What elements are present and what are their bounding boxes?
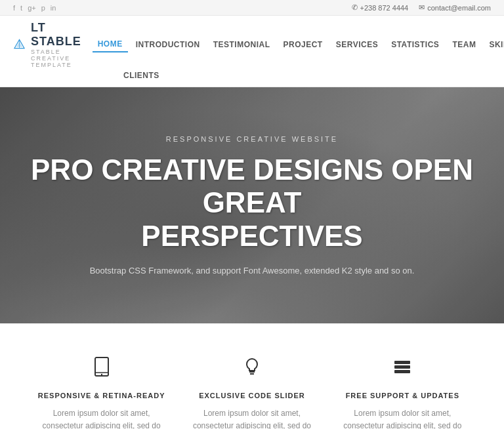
top-bar: f t g+ p in ✆ +238 872 4444 ✉ contact@em…: [0, 0, 504, 16]
header: LT STABLE STABLE CREATIVE TEMPLATE HOME …: [0, 16, 504, 87]
logo-text: LT STABLE STABLE CREATIVE TEMPLATE: [31, 21, 93, 68]
header-main: LT STABLE STABLE CREATIVE TEMPLATE HOME …: [13, 21, 491, 68]
bulb-icon: [242, 356, 262, 382]
email-address: ✉ contact@email.com: [419, 3, 491, 12]
svg-rect-8: [394, 361, 410, 364]
svg-rect-9: [394, 365, 410, 369]
nav-services[interactable]: SERVICES: [331, 37, 383, 52]
svg-rect-3: [95, 358, 108, 376]
svg-point-5: [100, 374, 102, 375]
feature-responsive: RESPONSIVE & RETINA-READY Lorem ipsum do…: [36, 356, 167, 429]
social-google-icon[interactable]: g+: [28, 4, 36, 12]
nav-testimonial[interactable]: TESTIMONIAL: [208, 37, 276, 52]
logo-name: LT STABLE: [31, 21, 93, 49]
tablet-icon: [91, 356, 112, 382]
hero-content: RESPONSIVE CREATIVE WEBSITE PRO CREATIVE…: [5, 135, 499, 276]
nav-skill[interactable]: SKILL: [484, 37, 504, 52]
social-linkedin-icon[interactable]: in: [51, 4, 56, 12]
logo-tagline: STABLE CREATIVE TEMPLATE: [31, 49, 93, 68]
feature-support-text: Lorem ipsum dolor sit amet, consectetur …: [337, 407, 468, 429]
feature-responsive-title: RESPONSIVE & RETINA-READY: [38, 392, 165, 399]
logo-icon: [13, 33, 26, 56]
nav-project[interactable]: PROJECT: [278, 37, 328, 52]
feature-code-slider-text: Lorem ipsum dolor sit amet, consectetur …: [186, 407, 318, 429]
feature-responsive-text: Lorem ipsum dolor sit amet, consectetur …: [36, 407, 167, 429]
svg-rect-10: [394, 370, 410, 373]
nav-statistics[interactable]: STATISTICS: [386, 37, 444, 52]
contact-info: ✆ +238 872 4444 ✉ contact@email.com: [352, 3, 491, 12]
nav-team[interactable]: TEAM: [447, 37, 481, 52]
email-icon: ✉: [419, 3, 425, 12]
features-section: RESPONSIVE & RETINA-READY Lorem ipsum do…: [0, 323, 504, 429]
hero-title: PRO CREATIVE DESIGNS OPENGREATPERSPECTIV…: [31, 153, 473, 253]
nav-introduction[interactable]: INTRODUCTION: [131, 37, 205, 52]
nav-clients[interactable]: CLIENTS: [118, 70, 165, 81]
secondary-nav: CLIENTS: [13, 68, 491, 81]
list-icon: [392, 356, 413, 382]
hero-subtitle: RESPONSIVE CREATIVE WEBSITE: [31, 135, 473, 143]
phone-icon: ✆: [352, 3, 358, 12]
social-pinterest-icon[interactable]: p: [41, 4, 45, 12]
social-links: f t g+ p in: [13, 4, 56, 12]
feature-support: FREE SUPPORT & UPDATES Lorem ipsum dolor…: [337, 356, 468, 429]
phone-number: ✆ +238 872 4444: [352, 3, 409, 12]
social-facebook-icon[interactable]: f: [13, 4, 15, 12]
logo[interactable]: LT STABLE STABLE CREATIVE TEMPLATE: [13, 21, 93, 68]
nav-home[interactable]: HOME: [93, 37, 128, 52]
hero-section: RESPONSIVE CREATIVE WEBSITE PRO CREATIVE…: [0, 87, 504, 323]
social-twitter-icon[interactable]: t: [20, 4, 22, 12]
feature-code-slider-title: EXCLUSIVE CODE SLIDER: [199, 392, 305, 399]
hero-description: Bootstrap CSS Framework, and support Fon…: [88, 266, 416, 276]
feature-code-slider: EXCLUSIVE CODE SLIDER Lorem ipsum dolor …: [186, 356, 318, 429]
feature-support-title: FREE SUPPORT & UPDATES: [346, 392, 459, 399]
primary-nav: HOME INTRODUCTION TESTIMONIAL PROJECT SE…: [93, 37, 504, 52]
